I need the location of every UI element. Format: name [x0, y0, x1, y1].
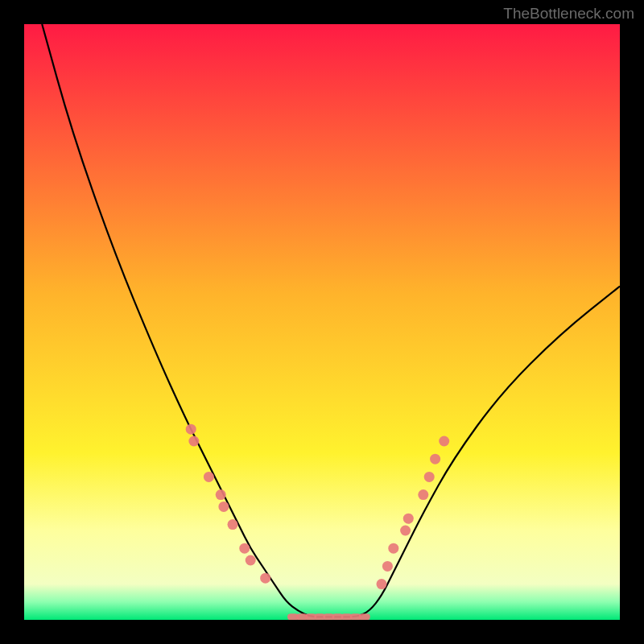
data-marker — [424, 472, 435, 482]
data-marker — [439, 436, 449, 447]
data-marker — [359, 613, 370, 620]
chart-svg — [24, 24, 620, 620]
data-marker — [228, 519, 238, 530]
data-marker — [239, 543, 250, 554]
data-marker — [204, 472, 214, 482]
data-marker — [246, 555, 256, 566]
data-marker — [388, 543, 398, 554]
data-marker — [430, 454, 440, 464]
watermark-text: TheBottleneck.com — [503, 5, 634, 23]
data-marker — [186, 424, 196, 435]
data-marker — [188, 436, 199, 447]
data-marker — [400, 526, 411, 536]
data-marker — [377, 579, 387, 589]
chart-frame — [24, 24, 620, 620]
data-marker — [403, 514, 414, 524]
gradient-rect — [24, 24, 620, 620]
data-marker — [418, 489, 428, 500]
data-marker — [218, 502, 229, 512]
data-marker — [216, 489, 226, 500]
data-marker — [382, 561, 393, 572]
data-marker — [260, 573, 270, 584]
markers-valley-group — [287, 613, 370, 620]
